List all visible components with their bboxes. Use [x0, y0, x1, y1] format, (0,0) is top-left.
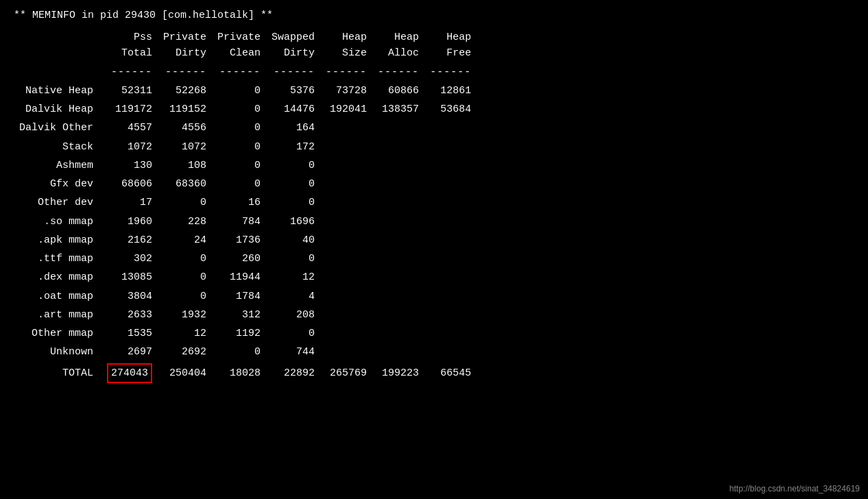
table-row: Other mmap 1535 12 1192 0	[14, 324, 477, 343]
meminfo-table: PssTotal PrivateDirty PrivateClean Swapp…	[14, 28, 477, 385]
row-heap-size	[320, 193, 372, 212]
row-priv-clean: 0	[212, 138, 266, 156]
row-heap-free	[424, 324, 477, 343]
row-pss: 52311	[101, 82, 158, 100]
row-label: Other dev	[14, 193, 101, 212]
table-row: .oat mmap 3804 0 1784 4	[14, 287, 477, 306]
row-heap-size	[320, 138, 372, 156]
separator-heap-alloc: ------	[372, 63, 424, 82]
col-heap-alloc-header: HeapAlloc	[372, 28, 424, 63]
row-priv-clean: 260	[212, 250, 266, 268]
row-heap-alloc	[372, 324, 424, 343]
total-priv-dirty: 250404	[158, 362, 212, 385]
row-heap-alloc	[372, 119, 424, 137]
row-pss: 2697	[101, 343, 158, 361]
col-swapped-dirty-header: SwappedDirty	[266, 28, 320, 63]
meminfo-title: ** MEMINFO in pid 29430 [com.hellotalk] …	[14, 10, 854, 21]
row-label: .oat mmap	[14, 287, 101, 306]
row-heap-alloc: 138357	[372, 100, 424, 119]
row-heap-alloc: 60866	[372, 82, 424, 100]
row-heap-alloc	[372, 193, 424, 212]
separator-swap-dirty: ------	[266, 63, 320, 82]
row-pss: 2162	[101, 231, 158, 250]
table-row: .dex mmap 13085 0 11944 12	[14, 268, 477, 287]
row-heap-size	[320, 324, 372, 343]
row-pss: 13085	[101, 268, 158, 287]
row-swap-dirty: 172	[266, 138, 320, 156]
row-heap-alloc	[372, 287, 424, 306]
separator-priv-clean: ------	[212, 63, 266, 82]
separator-pss: ------	[101, 63, 158, 82]
row-heap-alloc	[372, 343, 424, 361]
row-heap-size: 192041	[320, 100, 372, 119]
row-priv-dirty: 1932	[158, 306, 212, 324]
table-row: Other dev 17 0 16 0	[14, 193, 477, 212]
separator-label	[14, 63, 101, 82]
table-row: Stack 1072 1072 0 172	[14, 138, 477, 156]
row-swap-dirty: 0	[266, 324, 320, 343]
row-priv-clean: 312	[212, 306, 266, 324]
row-label: .dex mmap	[14, 268, 101, 287]
row-swap-dirty: 0	[266, 250, 320, 268]
row-priv-dirty: 68360	[158, 175, 212, 193]
row-swap-dirty: 164	[266, 119, 320, 137]
row-pss: 4557	[101, 119, 158, 137]
row-swap-dirty: 208	[266, 306, 320, 324]
table-row: Ashmem 130 108 0 0	[14, 156, 477, 175]
row-label: .apk mmap	[14, 231, 101, 250]
row-priv-clean: 0	[212, 82, 266, 100]
row-pss: 1072	[101, 138, 158, 156]
row-priv-clean: 784	[212, 212, 266, 231]
row-heap-free	[424, 175, 477, 193]
row-label: Other mmap	[14, 324, 101, 343]
row-swap-dirty: 5376	[266, 82, 320, 100]
row-heap-size	[320, 119, 372, 137]
row-swap-dirty: 0	[266, 193, 320, 212]
row-heap-alloc	[372, 138, 424, 156]
row-heap-free	[424, 306, 477, 324]
row-swap-dirty: 0	[266, 175, 320, 193]
row-heap-size: 73728	[320, 82, 372, 100]
row-heap-free	[424, 343, 477, 361]
col-pss-header: PssTotal	[101, 28, 158, 63]
separator-heap-size: ------	[320, 63, 372, 82]
row-heap-alloc	[372, 250, 424, 268]
row-priv-dirty: 0	[158, 268, 212, 287]
row-priv-clean: 16	[212, 193, 266, 212]
row-heap-free: 53684	[424, 100, 477, 119]
row-pss: 1960	[101, 212, 158, 231]
row-priv-dirty: 12	[158, 324, 212, 343]
row-label: Dalvik Heap	[14, 100, 101, 119]
total-heap-free: 66545	[424, 362, 477, 385]
row-priv-dirty: 228	[158, 212, 212, 231]
table-row: .so mmap 1960 228 784 1696	[14, 212, 477, 231]
table-row: Native Heap 52311 52268 0 5376 73728 608…	[14, 82, 477, 100]
row-priv-clean: 11944	[212, 268, 266, 287]
row-swap-dirty: 4	[266, 287, 320, 306]
total-heap-alloc: 199223	[372, 362, 424, 385]
row-swap-dirty: 14476	[266, 100, 320, 119]
row-pss: 17	[101, 193, 158, 212]
row-heap-free	[424, 250, 477, 268]
row-priv-dirty: 52268	[158, 82, 212, 100]
row-label: Gfx dev	[14, 175, 101, 193]
total-swap-dirty: 22892	[266, 362, 320, 385]
row-heap-size	[320, 306, 372, 324]
total-row: TOTAL 274043 250404 18028 22892 265769 1…	[14, 362, 477, 385]
row-heap-free	[424, 193, 477, 212]
row-heap-alloc	[372, 175, 424, 193]
col-private-clean-header: PrivateClean	[212, 28, 266, 63]
table-row: Dalvik Other 4557 4556 0 164	[14, 119, 477, 137]
table-row: .ttf mmap 302 0 260 0	[14, 250, 477, 268]
row-priv-dirty: 24	[158, 231, 212, 250]
row-priv-dirty: 1072	[158, 138, 212, 156]
row-heap-size	[320, 287, 372, 306]
total-label: TOTAL	[14, 362, 101, 385]
row-heap-size	[320, 156, 372, 175]
table-row: Dalvik Heap 119172 119152 0 14476 192041…	[14, 100, 477, 119]
table-row: .apk mmap 2162 24 1736 40	[14, 231, 477, 250]
total-priv-clean: 18028	[212, 362, 266, 385]
row-label: .ttf mmap	[14, 250, 101, 268]
row-heap-alloc	[372, 156, 424, 175]
row-priv-dirty: 0	[158, 193, 212, 212]
